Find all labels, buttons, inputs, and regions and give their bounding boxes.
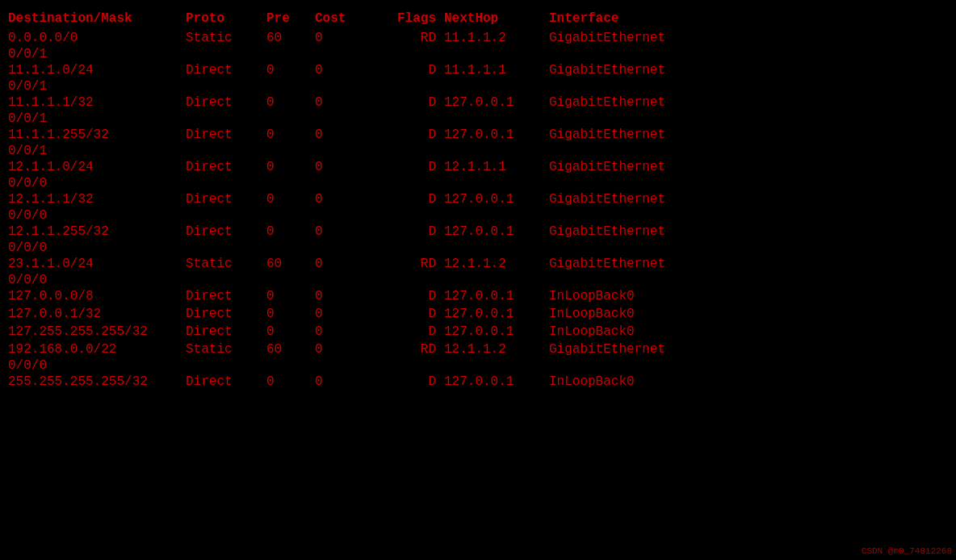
table-row: 23.1.1.0/24Static600RD12.1.1.2GigabitEth… [8,255,948,273]
header-proto: Proto [186,11,266,26]
table-row: 12.1.1.1/32Direct00D127.0.0.1GigabitEthe… [8,190,948,208]
table-row: 255.255.255.255/32Direct00D127.0.0.1InLo… [8,373,948,391]
header-flags: Flags [379,11,444,26]
table-row: 127.0.0.0/8Direct00D127.0.0.1InLoopBack0 [8,287,948,305]
routing-table: Destination/Mask Proto Pre Cost Flags Ne… [8,8,948,391]
table-row-continuation: 0/0/0 [8,358,948,373]
table-row: 12.1.1.255/32Direct00D127.0.0.1GigabitEt… [8,223,948,240]
table-header: Destination/Mask Proto Pre Cost Flags Ne… [8,8,948,29]
header-interface: Interface [549,11,872,26]
header-cost: Cost [315,11,379,26]
table-row-continuation: 0/0/0 [8,176,948,190]
table-row-continuation: 0/0/0 [8,208,948,223]
table-row: 11.1.1.0/24Direct00D11.1.1.1GigabitEther… [8,61,948,79]
table-row-continuation: 0/0/1 [8,79,948,94]
table-row: 127.0.0.1/32Direct00D127.0.0.1InLoopBack… [8,305,948,323]
table-body: 0.0.0.0/0Static600RD11.1.1.2GigabitEther… [8,29,948,391]
table-row-continuation: 0/0/0 [8,273,948,287]
header-pre: Pre [266,11,315,26]
table-row: 0.0.0.0/0Static600RD11.1.1.2GigabitEther… [8,29,948,47]
table-row: 11.1.1.1/32Direct00D127.0.0.1GigabitEthe… [8,94,948,111]
table-row-continuation: 0/0/1 [8,144,948,158]
table-row: 11.1.1.255/32Direct00D127.0.0.1GigabitEt… [8,126,948,144]
table-row-continuation: 0/0/1 [8,111,948,126]
header-destination: Destination/Mask [8,11,186,26]
table-row: 127.255.255.255/32Direct00D127.0.0.1InLo… [8,323,948,341]
table-row: 12.1.1.0/24Direct00D12.1.1.1GigabitEther… [8,158,948,176]
table-row: 192.168.0.0/22Static600RD12.1.1.2Gigabit… [8,341,948,358]
watermark: CSDN @m0_74812268 [862,546,952,556]
table-row-continuation: 0/0/0 [8,240,948,255]
table-row-continuation: 0/0/1 [8,47,948,61]
header-nexthop: NextHop [444,11,549,26]
